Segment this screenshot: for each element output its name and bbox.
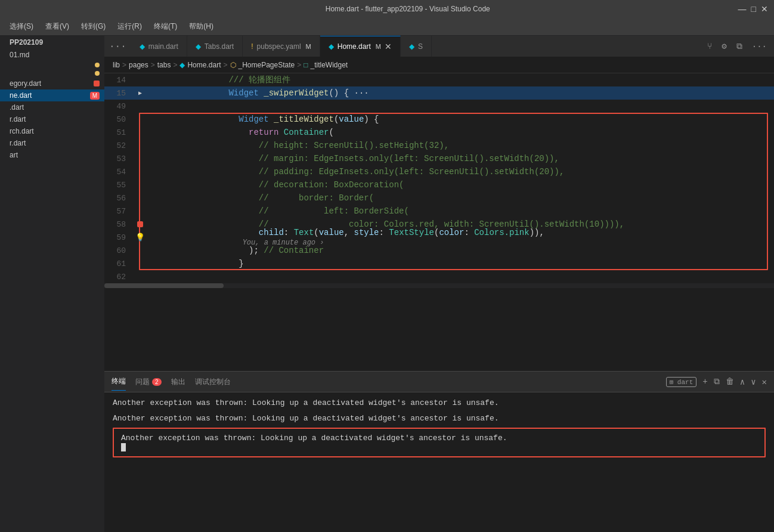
terminal-tab-label: 问题 — [135, 377, 150, 387]
sidebar-item-r2-dart[interactable]: r.dart — [0, 137, 104, 149]
tab-main-dart[interactable]: ◆ main.dart — [131, 36, 187, 57]
line-gutter-arrow: ▶ — [134, 89, 146, 97]
settings-icon[interactable]: ⚙ — [719, 40, 729, 52]
line-number: 60 — [104, 246, 134, 255]
sidebar-item-r-dart[interactable]: r.dart — [0, 113, 104, 125]
dart-icon: ◆ — [409, 42, 414, 51]
line-number: 59 — [104, 233, 134, 242]
menu-select[interactable]: 选择(S) — [5, 19, 38, 34]
main-layout: PP202109 01.md egory.dart ne.dart M — [0, 36, 774, 532]
breadcrumb-part-homedart[interactable]: ◆ — [179, 61, 185, 69]
tab-tabs-dart[interactable]: ◆ Tabs.dart — [187, 36, 243, 57]
breadcrumb-part-lib[interactable]: lib — [113, 61, 120, 69]
tab-more-button[interactable]: ··· — [104, 36, 131, 57]
scroll-thumb[interactable] — [104, 283, 224, 288]
terminal-down-icon[interactable]: ∨ — [751, 377, 756, 387]
editor-body: 14 /// 轮播图组件 15 ▶ Widget _swiperWidget()… — [104, 73, 774, 532]
sidebar-item-label: .dart — [10, 103, 24, 112]
code-token: Widget — [209, 88, 264, 98]
terminal-up-icon[interactable]: ∧ — [740, 377, 745, 387]
terminal-area: 终端 问题 2 输出 调试控制台 ⊞ dart + ⧉ — [104, 371, 774, 532]
sidebar-item-badge: M — [90, 92, 100, 100]
terminal-tab-label: 终端 — [112, 376, 126, 386]
line-number: 50 — [104, 115, 134, 124]
terminal-tab-debug-console[interactable]: 调试控制台 — [195, 373, 231, 391]
sidebar-item-s-dart[interactable]: .dart — [0, 101, 104, 113]
breadcrumb-part-tabs[interactable]: tabs — [157, 61, 171, 69]
bulb-icon[interactable]: 💡 — [135, 233, 145, 242]
horizontal-scrollbar[interactable] — [104, 283, 774, 288]
line-gutter-red — [134, 221, 146, 227]
line-number: 55 — [104, 181, 134, 190]
menu-view[interactable]: 查看(V) — [41, 19, 74, 34]
sidebar-dot-red — [94, 81, 100, 86]
tab-actions: ⑂ ⚙ ⧉ ··· — [700, 36, 774, 57]
sidebar-item-art[interactable]: art — [0, 149, 104, 161]
terminal-content[interactable]: Another exception was thrown: Looking up… — [104, 392, 774, 532]
line-number: 61 — [104, 259, 134, 268]
code-line-62: 62 — [104, 270, 774, 283]
split-icon[interactable]: ⧉ — [734, 41, 745, 52]
breadcrumb-part-homestate[interactable]: _HomePageState — [239, 61, 295, 69]
sidebar-item-label: rch.dart — [10, 127, 34, 135]
terminal-tab-output[interactable]: 输出 — [171, 373, 185, 391]
sidebar-item-category[interactable]: egory.dart — [0, 78, 104, 89]
tab-pubspec-yaml[interactable]: ! pubspec.yaml M — [243, 36, 320, 57]
terminal-close-icon[interactable]: ✕ — [762, 377, 767, 387]
tab-s-file[interactable]: ◆ S — [401, 36, 432, 57]
add-terminal-button[interactable]: + — [702, 377, 707, 386]
minimize-button[interactable]: — — [738, 4, 747, 14]
shell-label: ⊞ dart — [666, 377, 697, 387]
menu-run[interactable]: 运行(R) — [113, 19, 147, 34]
line-number: 56 — [104, 194, 134, 203]
sidebar-item-01md[interactable]: 01.md — [0, 49, 104, 61]
editor-content: ··· ◆ main.dart ◆ Tabs.dart ! pubspec.ya… — [104, 36, 774, 532]
modified-indicator: M — [306, 43, 311, 50]
menu-terminal[interactable]: 终端(T) — [149, 19, 182, 34]
sidebar-item-file1[interactable] — [0, 61, 104, 69]
sidebar-item-file2[interactable] — [0, 69, 104, 78]
sidebar-item-rch-dart[interactable]: rch.dart — [0, 125, 104, 137]
modified-indicator: M — [376, 43, 381, 50]
terminal-tab-problems[interactable]: 问题 2 — [135, 373, 162, 391]
breadcrumb-part-pages[interactable]: pages — [129, 61, 148, 69]
sidebar-dot-yellow — [95, 63, 100, 67]
line-number: 14 — [104, 76, 134, 85]
code-token: () { ··· — [329, 88, 369, 98]
terminal-split-icon[interactable]: ⧉ — [714, 377, 720, 386]
sidebar: PP202109 01.md egory.dart ne.dart M — [0, 36, 104, 532]
sidebar-project-name: PP202109 — [0, 36, 104, 49]
title-bar-controls[interactable]: — □ ✕ — [738, 4, 768, 14]
terminal-line-1: Another exception was thrown: Looking up… — [113, 397, 766, 409]
sidebar-item-home-dart[interactable]: ne.dart M — [0, 89, 104, 101]
terminal-tab-label: 输出 — [171, 377, 185, 387]
line-number: 62 — [104, 273, 134, 282]
breadcrumb-part-widget-icon: □ — [304, 61, 308, 69]
sidebar-item-label: egory.dart — [10, 79, 41, 88]
yaml-icon: ! — [251, 42, 253, 51]
tab-label: Home.dart — [338, 42, 371, 51]
tab-close-icon[interactable]: ✕ — [385, 42, 392, 51]
sidebar-dots — [95, 63, 100, 67]
source-control-icon[interactable]: ⑂ — [705, 41, 714, 52]
breadcrumb-sep: > — [173, 61, 177, 69]
line-number: 53 — [104, 154, 134, 163]
breadcrumb-part-homedart-label[interactable]: Home.dart — [187, 61, 221, 69]
problems-badge: 2 — [152, 378, 162, 386]
terminal-trash-icon[interactable]: 🗑 — [726, 377, 734, 386]
sidebar-item-label: ne.dart — [10, 91, 32, 100]
tab-label: Tabs.dart — [205, 42, 234, 51]
maximize-button[interactable]: □ — [751, 4, 756, 14]
close-button[interactable]: ✕ — [761, 4, 768, 14]
terminal-line-3: Another exception was thrown: Looking up… — [113, 413, 766, 425]
code-area[interactable]: 14 /// 轮播图组件 15 ▶ Widget _swiperWidget()… — [104, 73, 774, 371]
terminal-tab-terminal[interactable]: 终端 — [112, 373, 126, 391]
more-icon[interactable]: ··· — [750, 41, 769, 52]
breadcrumb-part-titlewidget[interactable]: _titleWidget — [311, 61, 348, 69]
menu-help[interactable]: 帮助(H) — [184, 19, 218, 34]
terminal-tab-bar: 终端 问题 2 输出 调试控制台 ⊞ dart + ⧉ — [104, 372, 774, 392]
terminal-red-border-line: Another exception was thrown: Looking up… — [121, 434, 757, 443]
menu-goto[interactable]: 转到(G) — [76, 19, 110, 34]
terminal-cursor — [121, 443, 757, 451]
tab-home-dart[interactable]: ◆ Home.dart M ✕ — [320, 36, 401, 57]
